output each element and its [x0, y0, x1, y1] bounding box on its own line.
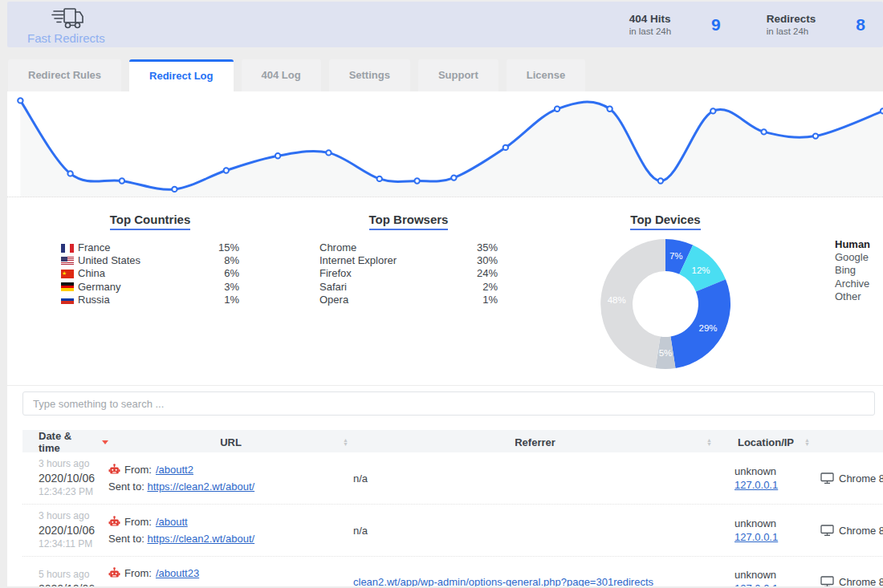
- referrer-link[interactable]: clean2.wt/app/wp-admin/options-general.p…: [353, 576, 653, 587]
- sort-arrows-icon[interactable]: ▲▼: [343, 438, 348, 446]
- header-stats: 404 Hitsin last 24h9Redirectsin last 24h…: [629, 12, 875, 37]
- header-stat: 404 Hitsin last 24h9: [629, 12, 721, 37]
- sort-desc-icon[interactable]: [102, 440, 108, 444]
- cell-date-time: 3 hours ago2020/10/0612:34:11 PM: [22, 509, 108, 551]
- column-header-referrer[interactable]: Referrer▲▼: [353, 436, 717, 448]
- sent-to-url-link[interactable]: https://clean2.wt/about/: [147, 481, 254, 493]
- ip-link[interactable]: 127.0.0.1: [734, 479, 778, 491]
- tab-support[interactable]: Support: [418, 59, 498, 91]
- search-input[interactable]: [22, 391, 875, 416]
- column-label: Location/IP: [738, 436, 794, 448]
- device-text: Chrome 85 on: [839, 525, 883, 537]
- app-name: Fast Redirects: [27, 31, 105, 45]
- tab-license[interactable]: License: [507, 59, 585, 91]
- top-browsers-panel: Top Browsers Chrome35%Internet Explorer3…: [319, 213, 498, 385]
- monitor-icon: [820, 525, 834, 537]
- ip-wrap: 127.0.0.1: [734, 478, 815, 492]
- label-text: Germany: [78, 281, 120, 294]
- monitor-icon: [820, 576, 834, 587]
- sent-to-url-link[interactable]: https://clean2.wt/about/: [147, 533, 254, 545]
- list-item-label: Safari: [319, 281, 347, 294]
- tab-404-log[interactable]: 404 Log: [242, 59, 321, 91]
- list-item-label: United States: [61, 254, 140, 267]
- svg-text:5%: 5%: [659, 348, 673, 358]
- list-item-label: France: [61, 241, 110, 254]
- top-browsers-list: Chrome35%Internet Explorer30%Firefox24%S…: [319, 241, 498, 306]
- label-text: Safari: [319, 281, 347, 294]
- url-from-line: From: /aboutt: [108, 513, 353, 530]
- sort-arrows-icon[interactable]: ▲▼: [706, 438, 712, 446]
- top-devices-title: Top Devices: [630, 213, 700, 230]
- robot-icon: [108, 516, 120, 528]
- sent-to-label: Sent to:: [108, 533, 147, 545]
- cell-device: Chrome 85 on: [815, 472, 883, 485]
- top-countries-list: France15%United States8%China6%Germany3%…: [61, 241, 239, 306]
- tab-bar: Redirect RulesRedirect Log404 LogSetting…: [7, 59, 883, 91]
- sent-to-label: Sent to:: [108, 584, 147, 586]
- table-header-row: Date & timeURL▲▼Referrer▲▼Location/IP▲▼: [22, 430, 883, 452]
- header-stat-labels: Redirectsin last 24h: [767, 12, 816, 37]
- list-item: United States8%: [61, 254, 239, 267]
- svg-text:29%: 29%: [699, 323, 718, 333]
- ip-link[interactable]: 127.0.0.1: [734, 531, 778, 543]
- ip-link[interactable]: 127.0.0.1: [734, 582, 778, 586]
- url-sent-line: Sent to: https://clean2.wt/about/: [108, 478, 353, 495]
- app-window: Fast Redirects 404 Hitsin last 24h9Redir…: [0, 0, 883, 588]
- list-item-value: 24%: [477, 267, 498, 280]
- sent-to-label: Sent to:: [108, 481, 147, 493]
- column-label: Date & time: [39, 430, 91, 454]
- table-row: 3 hours ago2020/10/0612:34:23 PMFrom: /a…: [22, 452, 883, 505]
- sent-to-url-link[interactable]: https://clean2.wt/about/: [147, 584, 254, 586]
- stat-sublabel: in last 24h: [767, 26, 816, 37]
- tab-redirect-log[interactable]: Redirect Log: [129, 59, 233, 91]
- referrer-na: n/a: [353, 472, 368, 485]
- stat-value: 9: [711, 15, 721, 34]
- label-text: France: [78, 241, 110, 254]
- stat-label: 404 Hits: [629, 12, 671, 26]
- app-logo: Fast Redirects: [27, 4, 105, 45]
- time-value: 12:34:23 PM: [39, 485, 108, 499]
- column-header-date-time[interactable]: Date & time: [22, 430, 108, 454]
- url-sent-line: Sent to: https://clean2.wt/about/: [108, 530, 353, 547]
- column-label: URL: [220, 436, 242, 448]
- device-text: Chrome 85 on: [839, 576, 883, 587]
- list-item-value: 2%: [482, 281, 498, 294]
- list-item-label: Internet Explorer: [319, 254, 397, 267]
- app-header: Fast Redirects 404 Hitsin last 24h9Redir…: [7, 2, 883, 47]
- list-item: Russia1%: [61, 294, 239, 306]
- list-item-value: 6%: [224, 267, 239, 280]
- time-ago: 3 hours ago: [39, 457, 108, 471]
- list-item-label: Russia: [61, 294, 110, 306]
- from-url-link[interactable]: /aboutt2: [156, 461, 193, 478]
- location-value: unknown: [734, 464, 815, 478]
- fr-flag-icon: [61, 244, 74, 253]
- list-item-label: Germany: [61, 281, 120, 294]
- list-item: China6%: [61, 267, 239, 280]
- column-label: Referrer: [515, 436, 555, 448]
- cell-date-time: 5 hours ago2020/10/06: [22, 568, 108, 587]
- legend-item-archive: Archive: [835, 278, 870, 290]
- label-text: Firefox: [319, 267, 352, 280]
- legend-item-human: Human: [835, 238, 870, 251]
- from-url-link[interactable]: /aboutt: [156, 513, 188, 530]
- sort-arrows-icon[interactable]: ▲▼: [804, 438, 810, 446]
- label-text: Internet Explorer: [319, 254, 397, 267]
- column-header-url[interactable]: URL▲▼: [108, 436, 353, 448]
- cell-device: Chrome 85 on: [815, 576, 883, 587]
- sort-down-icon: ▼: [343, 442, 348, 446]
- list-item-label: Opera: [319, 294, 348, 306]
- from-url-link[interactable]: /aboutt23: [156, 565, 199, 582]
- cn-flag-icon: [61, 270, 74, 278]
- de-flag-icon: [61, 282, 74, 291]
- cell-location-ip: unknown127.0.0.1: [717, 464, 815, 492]
- ip-wrap: 127.0.0.1: [734, 530, 815, 544]
- column-header-location-ip[interactable]: Location/IP▲▼: [717, 436, 815, 448]
- list-item-value: 35%: [477, 241, 498, 254]
- tab-settings[interactable]: Settings: [329, 59, 410, 91]
- location-value: unknown: [734, 568, 815, 582]
- list-item: Safari2%: [319, 281, 498, 294]
- robot-icon: [108, 464, 120, 476]
- time-ago: 5 hours ago: [39, 568, 108, 582]
- tab-redirect-rules[interactable]: Redirect Rules: [8, 59, 121, 91]
- top-devices-panel: Top Devices 7%12%29%5%48% HumanGoogleBin…: [599, 213, 870, 385]
